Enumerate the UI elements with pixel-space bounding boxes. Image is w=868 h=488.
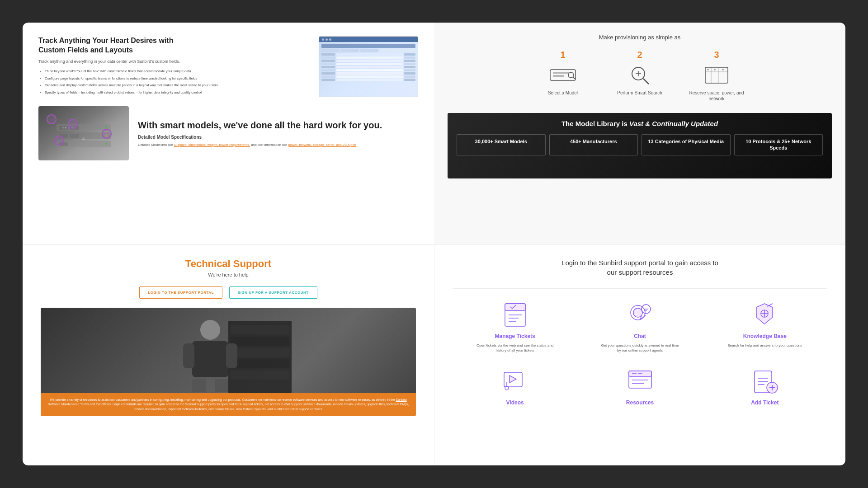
svg-point-12: [65, 127, 66, 129]
bl-text-section: We provide a variety of resources to ass…: [41, 393, 416, 417]
svg-rect-34: [231, 348, 289, 357]
step-label-1: Select a Model: [548, 90, 578, 96]
svg-rect-33: [231, 337, 289, 346]
tl-right-text: With smart models, we've done all the ha…: [138, 119, 418, 147]
step-label-3: Reserve space, power, and network: [687, 90, 746, 102]
bullet-1: Think beyond what's "out of the box" wit…: [45, 69, 310, 74]
tr-stat-value-2: 450+ Manufacturers: [552, 138, 635, 145]
svg-rect-39: [183, 343, 194, 368]
bl-maintenance-link[interactable]: Sunbird Software Maintenance Terms and C…: [48, 398, 407, 406]
br-icon-knowledge-base: Knowledge Base Search for help and answe…: [724, 298, 806, 353]
br-icon-resources: Resources: [599, 364, 680, 406]
step-number-1: 1: [560, 50, 565, 60]
bl-subtitle: We're here to help: [41, 272, 416, 277]
tl-right-title: With smart models, we've done all the ha…: [138, 119, 418, 131]
manage-tickets-icon: [499, 298, 531, 329]
videos-icon: [499, 364, 531, 396]
screen-wrapper: Track Anything Your Heart Desires with C…: [23, 23, 845, 465]
svg-rect-41: [192, 379, 206, 392]
step-label-2: Perform Smart Search: [617, 90, 662, 96]
svg-point-28: [707, 69, 709, 70]
svg-line-21: [643, 79, 649, 84]
tr-library-section: The Model Library is Vast & Continually …: [448, 113, 832, 178]
tr-stat-value-3: 13 Categories of Physical Media: [645, 138, 727, 145]
tr-stat-1: 30,000+ Smart Models: [457, 134, 546, 155]
bl-text-content: We provide a variety of resources to ass…: [47, 398, 409, 412]
br-desc-manage-tickets: Open tickets via the web and see the sta…: [474, 343, 556, 353]
knowledge-base-icon: [749, 298, 781, 329]
tr-stat-2: 450+ Manufacturers: [549, 134, 638, 155]
bullet-3: Organize and display custom fields acros…: [45, 83, 310, 88]
link-ports[interactable]: power, network, storage, serial, and VGA…: [288, 143, 356, 147]
br-divider: [453, 288, 827, 289]
svg-point-11: [62, 127, 64, 129]
br-icon-manage-tickets: Manage Tickets Open tickets via the web …: [474, 298, 556, 353]
tr-main-title: Make provisioning as simple as: [448, 34, 832, 41]
svg-point-37: [200, 320, 220, 340]
svg-line-19: [573, 77, 575, 79]
tr-stat-4: 10 Protocols & 25+ Network Speeds: [734, 134, 823, 155]
chat-icon: [624, 298, 656, 329]
tr-step-3: 3 Reserve space, power, and network: [687, 50, 746, 102]
svg-rect-16: [553, 72, 569, 74]
tl-right-desc: Detailed Model info like U-space, dimens…: [138, 142, 418, 147]
tl-text-block: Track Anything Your Heart Desires with C…: [38, 36, 310, 97]
step-icon-2: [626, 64, 653, 86]
bullet-4: Specify types of fields – including mult…: [45, 90, 310, 95]
tr-stat-3: 13 Categories of Physical Media: [642, 134, 731, 155]
tr-stat-value-4: 10 Protocols & 25+ Network Speeds: [737, 138, 820, 151]
svg-rect-40: [226, 343, 237, 368]
tl-subtitle: Track anything and everything in your da…: [38, 59, 310, 65]
tr-stats: 30,000+ Smart Models 450+ Manufacturers …: [457, 134, 823, 155]
br-desc-knowledge-base: Search for help and answers to your ques…: [727, 343, 802, 348]
svg-point-30: [722, 69, 724, 70]
svg-rect-9: [70, 134, 79, 138]
br-icon-add-ticket: Add Ticket: [724, 364, 806, 406]
bl-title: Technical Support: [41, 258, 416, 270]
bl-buttons: LOGIN TO THE SUPPORT PORTAL SIGN UP FOR …: [41, 286, 416, 299]
svg-rect-32: [231, 325, 289, 334]
panel-bottom-left: Technical Support We're here to help LOG…: [23, 244, 434, 465]
login-portal-button[interactable]: LOGIN TO THE SUPPORT PORTAL: [139, 286, 222, 299]
step-number-3: 3: [714, 50, 719, 60]
tl-screenshot: [319, 36, 418, 97]
tr-step-2: 2 Perform Smart Search: [610, 50, 669, 102]
svg-rect-36: [231, 371, 289, 380]
br-title: Login to the Sunbird support portal to g…: [453, 258, 827, 277]
svg-point-18: [568, 72, 574, 78]
step-icon-3: [703, 64, 730, 86]
svg-marker-57: [509, 375, 516, 383]
tl-title: Track Anything Your Heart Desires with C…: [38, 36, 310, 55]
br-label-resources: Resources: [626, 399, 654, 406]
svg-rect-35: [231, 359, 289, 368]
tr-library-title-span1: The Model Library is: [561, 120, 629, 127]
panel-bottom-right: Login to the Sunbird support portal to g…: [434, 244, 845, 465]
step-icon-1: [549, 64, 576, 86]
svg-rect-38: [192, 341, 228, 377]
panel-top-left: Track Anything Your Heart Desires with C…: [23, 23, 434, 244]
br-icons-row-1: Manage Tickets Open tickets via the web …: [453, 298, 827, 353]
bl-header: Technical Support We're here to help: [41, 258, 416, 277]
svg-rect-17: [553, 75, 564, 77]
server-image: [38, 106, 129, 160]
br-icon-chat: Chat Get your questions quickly answered…: [599, 298, 680, 353]
br-desc-chat: Get your questions quickly answered in r…: [599, 343, 680, 353]
svg-point-29: [714, 69, 716, 70]
br-label-add-ticket: Add Ticket: [751, 399, 778, 406]
bl-orange-section: We provide a variety of resources to ass…: [41, 308, 416, 416]
resources-icon: [624, 364, 656, 396]
tr-step-1: 1 Select a Model: [533, 50, 592, 102]
tl-right-subtitle: Detailed Model Specifications: [138, 135, 418, 140]
br-icon-videos: Videos: [474, 364, 556, 406]
tr-steps: 1 Select a Model 2: [448, 50, 832, 102]
br-label-knowledge-base: Knowledge Base: [743, 333, 787, 339]
tr-library-title-span2: Vast & Continually Updated: [629, 120, 718, 127]
signup-support-button[interactable]: SIGN UP FOR A SUPPORT ACCOUNT: [229, 286, 317, 299]
svg-rect-42: [215, 379, 228, 392]
br-label-videos: Videos: [506, 399, 524, 406]
link-dimensions[interactable]: U-space, dimensions, weight, power requi…: [174, 143, 250, 147]
svg-point-5: [105, 142, 108, 145]
tr-library-title: The Model Library is Vast & Continually …: [457, 120, 823, 127]
bullet-2: Configure page layouts for specific team…: [45, 76, 310, 81]
tr-stat-value-1: 30,000+ Smart Models: [460, 138, 542, 145]
